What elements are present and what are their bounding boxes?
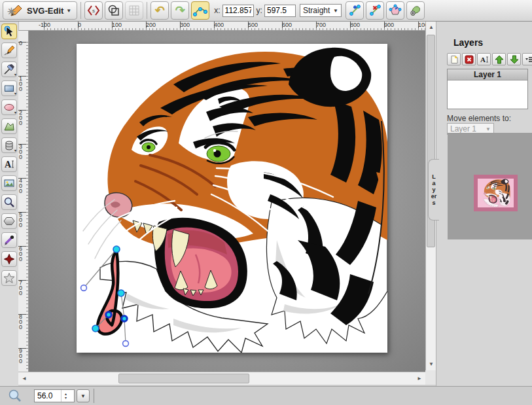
layer-thumbnail-frame[interactable] xyxy=(474,175,518,211)
tool-select[interactable] xyxy=(1,24,17,39)
tool-line[interactable]: ▾ xyxy=(1,62,17,77)
move-layer-up-button[interactable] xyxy=(492,53,506,65)
grid-icon xyxy=(128,4,141,17)
statusbar-separator xyxy=(94,389,94,403)
add-subpath-button[interactable] xyxy=(406,1,425,20)
wireframe-button[interactable] xyxy=(105,1,123,20)
control-point-handle[interactable] xyxy=(123,341,129,347)
tool-rectangle[interactable]: ▾ xyxy=(1,80,17,96)
y-coordinate-input[interactable] xyxy=(264,5,296,17)
delete-layer-icon xyxy=(465,55,474,64)
layer-options-button[interactable] xyxy=(522,53,532,65)
grid-button[interactable] xyxy=(125,1,143,20)
y-coordinate-label: y: xyxy=(257,6,262,15)
scroll-right-arrow[interactable]: ► xyxy=(415,372,424,385)
redo-button[interactable]: ↷ xyxy=(171,1,189,20)
hexagon-icon xyxy=(3,215,15,227)
tool-zoom[interactable] xyxy=(1,194,17,210)
ruler-label: 500 xyxy=(19,212,24,228)
toolbar-separator xyxy=(80,2,81,19)
caret-down-icon: ▼ xyxy=(486,126,491,132)
tiger-artwork[interactable] xyxy=(83,48,387,353)
scroll-down-arrow[interactable]: ▼ xyxy=(426,360,436,369)
flyout-arrow-icon: ▾ xyxy=(14,73,16,77)
zoom-level-input[interactable] xyxy=(35,391,61,400)
open-path-button[interactable] xyxy=(386,1,404,20)
zoom-level-field: ▴ ▾ xyxy=(34,389,75,402)
layers-panel: Layers A Layer 1 Move elements to: Layer… xyxy=(436,22,532,386)
delete-node-icon xyxy=(368,4,381,17)
undo-button[interactable]: ↶ xyxy=(151,1,169,20)
control-point-handle[interactable] xyxy=(81,285,87,291)
tool-pencil[interactable] xyxy=(1,43,17,58)
ruler-label: 500 xyxy=(248,22,258,28)
ruler-label: 1000 xyxy=(418,22,425,28)
shapes-icon xyxy=(107,4,120,17)
tool-text[interactable]: A xyxy=(1,156,17,172)
zoom-magnifier-icon xyxy=(8,389,22,403)
tool-ellipse[interactable]: ▾ xyxy=(1,99,17,115)
svg-text:A: A xyxy=(5,160,12,169)
ruler-label: 200 xyxy=(19,110,24,126)
spinner-down-icon[interactable]: ▾ xyxy=(65,396,67,400)
open-path-icon xyxy=(389,4,402,17)
path-node-selected[interactable] xyxy=(106,312,111,317)
horizontal-scrollbar[interactable]: ◄ ► xyxy=(18,372,425,385)
scrollbar-corner xyxy=(425,370,436,385)
drawing-canvas[interactable] xyxy=(77,44,387,353)
pencil-tool-icon xyxy=(3,44,15,56)
arrow-up-icon xyxy=(495,55,504,64)
path-tool-icon xyxy=(3,120,15,132)
zoom-spinner[interactable]: ▴ ▾ xyxy=(61,390,70,402)
segment-type-select[interactable]: Straight ▼ xyxy=(300,4,342,17)
tool-star-burst[interactable] xyxy=(1,251,17,267)
ruler-label: 900 xyxy=(19,348,24,364)
edit-source-button[interactable]: s xyxy=(84,1,103,20)
add-node-button[interactable] xyxy=(346,1,364,20)
ruler-label: 400 xyxy=(214,22,224,28)
star-icon xyxy=(3,272,15,284)
move-layer-down-button[interactable] xyxy=(507,53,521,65)
control-points-icon xyxy=(193,4,207,17)
caret-down-icon: ▼ xyxy=(333,8,338,14)
delete-layer-button[interactable] xyxy=(462,53,476,65)
tool-star[interactable] xyxy=(1,270,17,286)
new-layer-button[interactable] xyxy=(447,53,461,65)
redo-icon: ↷ xyxy=(175,3,185,18)
layer-row-selected[interactable]: Layer 1 xyxy=(448,69,527,80)
svg-text:A: A xyxy=(480,56,486,63)
x-coordinate-input[interactable] xyxy=(222,5,254,17)
tools-palette: ▾ ▾ ▾ ▾ A xyxy=(0,22,18,386)
ruler-label: -100 xyxy=(39,22,50,28)
line-tool-icon xyxy=(3,63,15,75)
scroll-left-arrow[interactable]: ◄ xyxy=(20,372,29,385)
ruler-label: 200 xyxy=(146,22,156,28)
move-elements-label: Move elements to: xyxy=(447,114,511,123)
tool-polygon[interactable] xyxy=(1,213,17,229)
path-node[interactable] xyxy=(92,325,99,332)
tool-path[interactable] xyxy=(1,118,17,134)
layers-panel-toggle[interactable]: Layers xyxy=(428,159,439,220)
main-menu-button[interactable]: ✳ SVG-Edit ▼ xyxy=(3,1,77,20)
ruler-label: 600 xyxy=(19,246,24,262)
svg-edit-logo-icon: ✳ xyxy=(9,3,24,18)
workspace[interactable] xyxy=(29,31,425,372)
rename-layer-button[interactable]: A xyxy=(477,53,491,65)
layer-buttons: A xyxy=(447,53,532,65)
delete-node-button[interactable] xyxy=(366,1,384,20)
tool-shape-library[interactable]: ▾ xyxy=(1,137,17,153)
zoom-preset-dropdown[interactable]: ▼ xyxy=(77,389,90,402)
horizontal-scrollbar-thumb[interactable] xyxy=(118,374,249,383)
path-node-selected[interactable] xyxy=(122,316,127,321)
link-control-points-toggle[interactable] xyxy=(191,1,209,20)
path-node[interactable] xyxy=(118,290,124,296)
ruler-label: 0 xyxy=(19,41,24,46)
scroll-up-arrow[interactable]: ▲ xyxy=(426,23,436,32)
tool-eyedropper[interactable] xyxy=(1,232,17,248)
svg-text:s: s xyxy=(92,8,95,14)
layer-list[interactable]: Layer 1 xyxy=(447,69,528,109)
path-node[interactable] xyxy=(113,246,120,253)
tool-image[interactable] xyxy=(1,175,17,191)
add-subpath-icon xyxy=(409,4,422,17)
x-coordinate-label: x: xyxy=(214,6,220,15)
